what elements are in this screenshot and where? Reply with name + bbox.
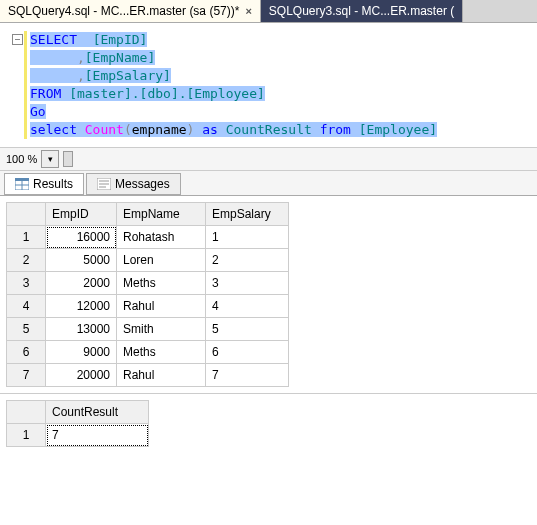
header-row: CountResult bbox=[7, 401, 149, 424]
tab-label: SQLQuery3.sql - MC...ER.master ( bbox=[269, 4, 454, 18]
count-table[interactable]: CountResult 17 bbox=[6, 400, 149, 447]
table-row[interactable]: 513000Smith5 bbox=[7, 318, 289, 341]
col-countresult[interactable]: CountResult bbox=[46, 401, 149, 424]
code-line-5: Go bbox=[30, 103, 537, 121]
table-row[interactable]: 720000Rahul7 bbox=[7, 364, 289, 387]
zoom-bar: 100 % ▾ bbox=[0, 147, 537, 171]
tab-messages[interactable]: Messages bbox=[86, 173, 181, 195]
table-row[interactable]: 116000Rohatash1 bbox=[7, 226, 289, 249]
table-row[interactable]: 25000Loren2 bbox=[7, 249, 289, 272]
mini-scroll[interactable] bbox=[63, 151, 73, 167]
tab-label: SQLQuery4.sql - MC...ER.master (sa (57))… bbox=[8, 4, 239, 18]
tab-query4[interactable]: SQLQuery4.sql - MC...ER.master (sa (57))… bbox=[0, 0, 261, 22]
code-line-4: FROM [master].[dbo].[Employee] bbox=[30, 85, 537, 103]
col-empname[interactable]: EmpName bbox=[117, 203, 206, 226]
code-line-2: ,[EmpName] bbox=[30, 49, 537, 67]
header-row: EmpID EmpName EmpSalary bbox=[7, 203, 289, 226]
results-grid-1: EmpID EmpName EmpSalary 116000Rohatash1 … bbox=[0, 196, 537, 393]
close-icon[interactable]: × bbox=[245, 5, 251, 17]
messages-icon bbox=[97, 178, 111, 190]
results-grid-2: CountResult 17 bbox=[0, 393, 537, 453]
employee-table[interactable]: EmpID EmpName EmpSalary 116000Rohatash1 … bbox=[6, 202, 289, 387]
zoom-dropdown-icon[interactable]: ▾ bbox=[41, 150, 59, 168]
col-empsalary[interactable]: EmpSalary bbox=[206, 203, 289, 226]
corner-cell[interactable] bbox=[7, 203, 46, 226]
change-marker bbox=[24, 31, 27, 139]
code-line-1: SELECT [EmpID] bbox=[30, 31, 537, 49]
editor-tabs: SQLQuery4.sql - MC...ER.master (sa (57))… bbox=[0, 0, 537, 23]
corner-cell[interactable] bbox=[7, 401, 46, 424]
zoom-level[interactable]: 100 % bbox=[6, 153, 37, 165]
table-row[interactable]: 412000Rahul4 bbox=[7, 295, 289, 318]
grid-icon bbox=[15, 178, 29, 190]
outline-gutter bbox=[12, 31, 24, 45]
tab-label: Results bbox=[33, 177, 73, 191]
sql-editor[interactable]: SELECT [EmpID] ,[EmpName] ,[EmpSalary] F… bbox=[0, 23, 537, 147]
code-line-6: select Count(empname) as CountResult fro… bbox=[30, 121, 537, 139]
col-empid[interactable]: EmpID bbox=[46, 203, 117, 226]
table-row[interactable]: 17 bbox=[7, 424, 149, 447]
code-line-3: ,[EmpSalary] bbox=[30, 67, 537, 85]
collapse-icon[interactable] bbox=[12, 34, 23, 45]
results-tabs: Results Messages bbox=[0, 171, 537, 196]
tab-label: Messages bbox=[115, 177, 170, 191]
tab-query3[interactable]: SQLQuery3.sql - MC...ER.master ( bbox=[261, 0, 463, 22]
table-row[interactable]: 32000Meths3 bbox=[7, 272, 289, 295]
table-row[interactable]: 69000Meths6 bbox=[7, 341, 289, 364]
tab-results[interactable]: Results bbox=[4, 173, 84, 195]
